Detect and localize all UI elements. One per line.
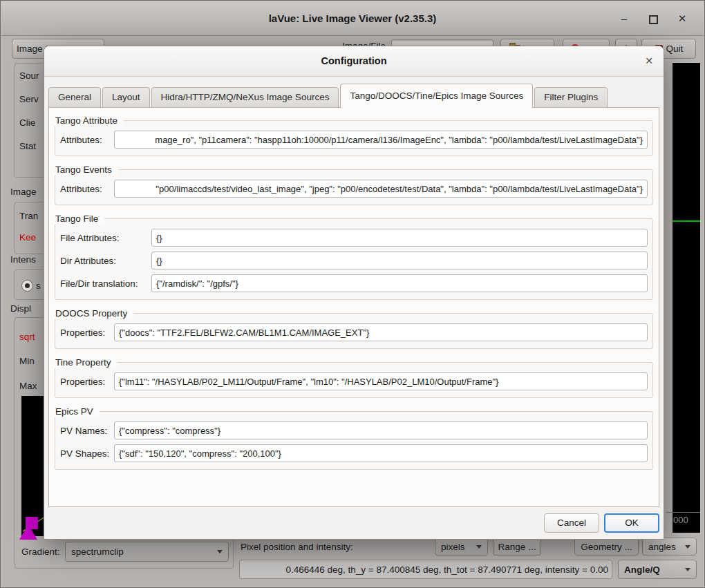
image-plot-strip[interactable] <box>673 63 700 533</box>
geometry-label: Geometry ... <box>581 542 632 552</box>
app-window: laVue: Live Image Viewer (v2.35.3) – ✕ I… <box>0 0 705 588</box>
dir-attributes-label: Dir Attributes: <box>60 256 147 266</box>
attributes-label: Attributes: <box>60 135 110 145</box>
section-title: Tine Property <box>55 357 118 368</box>
intensity-scale-radio[interactable] <box>21 280 33 292</box>
configuration-dialog: Configuration ✕ General Layout Hidra/HTT… <box>44 46 664 540</box>
pv-names-input[interactable]: {"compress": "compress"} <box>114 421 648 439</box>
properties-label: Properties: <box>60 377 110 387</box>
close-button[interactable]: ✕ <box>670 1 694 35</box>
tab-filter-plugins[interactable]: Filter Plugins <box>534 87 608 107</box>
max-label: Max <box>19 381 37 391</box>
ok-button[interactable]: OK <box>604 513 659 533</box>
chevron-down-icon <box>685 545 690 549</box>
minimize-icon: – <box>621 12 627 24</box>
file-attributes-input[interactable]: {} <box>151 229 648 247</box>
status-label: Stat <box>19 141 36 151</box>
plot-green-line <box>673 220 700 222</box>
pixel-position-label: Pixel position and intensity: <box>241 542 353 552</box>
dialog-tabbar: General Layout Hidra/HTTP/ZMQ/NeXus Imag… <box>48 77 659 107</box>
min-label: Min <box>19 356 35 366</box>
close-icon: ✕ <box>645 55 653 66</box>
intensity-section-label: Intens <box>10 254 36 265</box>
attributes-label: Attributes: <box>60 184 110 194</box>
section-doocs-property: DOOCS Property Properties: {"doocs": "TT… <box>55 307 653 349</box>
chevron-down-icon <box>685 568 690 571</box>
range-label: Range ... <box>498 542 536 552</box>
cancel-button[interactable]: Cancel <box>544 513 599 533</box>
position-status-field: 0.466446 deg, th_y = 87.400845 deg, th_t… <box>239 560 612 579</box>
minimize-button[interactable]: – <box>612 1 636 35</box>
source-label: Sour <box>19 70 39 81</box>
pv-shapes-input[interactable]: {"sdf": "150,120", "compress": "200,100"… <box>114 444 648 462</box>
tab-tango-doocs-tine-epics[interactable]: Tango/DOOCS/Tine/Epics Image Sources <box>340 84 533 108</box>
intensity-scale-label: s <box>36 281 41 291</box>
angles-value: angles <box>648 542 676 552</box>
gradient-select[interactable]: spectrumclip <box>65 542 229 562</box>
pv-shapes-label: PV Shapes: <box>60 448 110 459</box>
file-dir-translation-label: File/Dir translation: <box>60 278 147 289</box>
gradient-label: Gradient: <box>21 547 60 557</box>
chevron-down-icon <box>476 545 482 549</box>
section-tango-file: Tango File File Attributes: {} Dir Attri… <box>55 212 653 300</box>
chevron-down-icon <box>217 550 223 553</box>
tab-layout[interactable]: Layout <box>102 87 150 107</box>
geometry-button[interactable]: Geometry ... <box>574 538 639 556</box>
colormap-marker-triangle[interactable] <box>19 524 37 540</box>
section-title: Tango Attribute <box>55 115 124 126</box>
angles-select[interactable]: angles <box>642 538 697 556</box>
scaling-value-label: sqrt <box>19 332 35 342</box>
file-attributes-label: File Attributes: <box>60 233 147 243</box>
section-tine-property: Tine Property Properties: {"lm11": "/HAS… <box>55 356 653 398</box>
range-button[interactable]: Range ... <box>493 538 541 556</box>
dialog-footer: Cancel OK <box>44 507 664 539</box>
dialog-titlebar: Configuration ✕ <box>44 46 664 77</box>
section-title: Tango File <box>55 213 104 225</box>
window-titlebar: laVue: Live Image Viewer (v2.35.3) – ✕ <box>1 1 704 36</box>
pixels-value: pixels <box>441 542 465 552</box>
section-title: Tango Events <box>55 164 118 176</box>
pv-names-label: PV Names: <box>60 426 110 436</box>
tine-properties-input[interactable]: {"lm11": "/HASYLAB/P02_LM11/Output/Frame… <box>114 372 648 390</box>
close-icon: ✕ <box>678 12 687 24</box>
section-title: DOOCS Property <box>55 307 133 319</box>
keep-coordinates-label: Kee <box>19 232 36 243</box>
tango-events-input[interactable]: "p00/limaccds/test/video_last_image", "j… <box>114 180 648 198</box>
display-section-label: Displ <box>10 303 31 314</box>
server-label: Serv <box>19 94 39 104</box>
image-section-label: Image <box>10 187 37 197</box>
section-tango-attribute: Tango Attribute Attributes: mage_ro", "p… <box>55 114 653 156</box>
properties-label: Properties: <box>60 328 110 338</box>
client-label: Clie <box>19 117 35 128</box>
section-epics-pv: Epics PV PV Names: {"compress": "compres… <box>55 405 653 470</box>
section-tango-events: Tango Events Attributes: "p00/limaccds/t… <box>55 163 653 205</box>
maximize-icon <box>649 15 658 24</box>
dialog-close-button[interactable]: ✕ <box>639 46 659 76</box>
tango-attribute-input[interactable]: mage_ro", "p11camera": "haspp11oh:10000/… <box>114 131 648 149</box>
dialog-title: Configuration <box>44 46 664 76</box>
tab-hidra-http-zmq-nexus[interactable]: Hidra/HTTP/ZMQ/NeXus Image Sources <box>151 87 339 107</box>
ok-label: OK <box>625 518 639 528</box>
dir-attributes-input[interactable]: {} <box>151 252 648 269</box>
section-title: Epics PV <box>55 406 100 417</box>
quit-label: Quit <box>666 44 684 54</box>
cancel-label: Cancel <box>557 518 586 528</box>
angle-q-select[interactable]: Angle/Q <box>618 560 697 579</box>
maximize-button[interactable] <box>641 1 665 35</box>
pixels-select[interactable]: pixels <box>435 538 488 556</box>
gradient-value: spectrumclip <box>71 547 124 557</box>
file-dir-translation-input[interactable]: {"/ramdisk/": "/gpfs/"} <box>151 274 648 292</box>
tango-sources-pane: Tango Attribute Attributes: mage_ro", "p… <box>48 107 659 507</box>
doocs-properties-input[interactable]: {"doocs": "TTF2.FEL/BLFW2.CAM/BL1M1.CAM/… <box>114 323 648 341</box>
angle-q-value: Angle/Q <box>624 565 660 575</box>
plot-axis-line <box>666 512 700 513</box>
plot-axis-label: 000 <box>673 515 688 525</box>
window-title: laVue: Live Image Viewer (v2.35.3) <box>1 1 704 35</box>
tab-general[interactable]: General <box>48 87 101 107</box>
transformation-label: Tran <box>19 211 38 221</box>
